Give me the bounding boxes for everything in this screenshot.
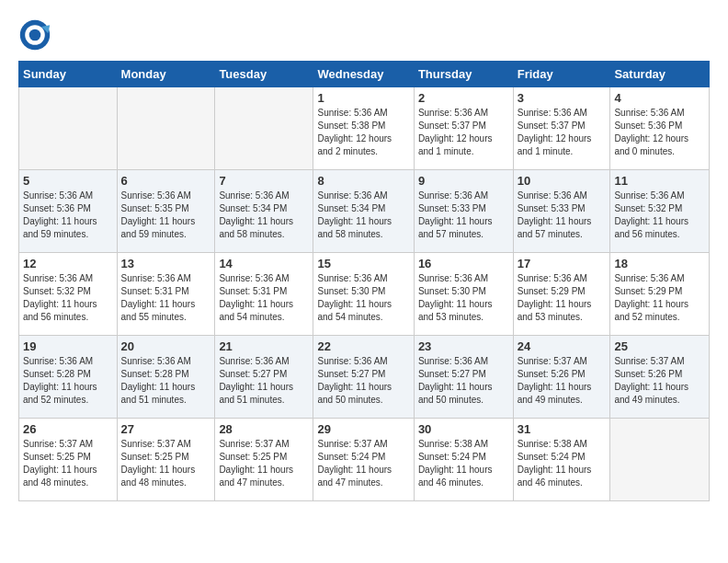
day-number: 16 — [418, 257, 509, 270]
calendar-header-row: SundayMondayTuesdayWednesdayThursdayFrid… — [19, 62, 710, 87]
day-info: Sunrise: 5:36 AM Sunset: 5:37 PM Dayligh… — [418, 107, 509, 158]
calendar-header-friday: Friday — [513, 62, 610, 87]
calendar-cell: 14Sunrise: 5:36 AM Sunset: 5:31 PM Dayli… — [215, 253, 313, 336]
calendar-cell: 6Sunrise: 5:36 AM Sunset: 5:35 PM Daylig… — [117, 170, 215, 253]
day-info: Sunrise: 5:36 AM Sunset: 5:32 PM Dayligh… — [23, 272, 113, 324]
day-info: Sunrise: 5:36 AM Sunset: 5:31 PM Dayligh… — [121, 272, 211, 324]
day-number: 26 — [23, 422, 113, 436]
calendar-cell: 18Sunrise: 5:36 AM Sunset: 5:29 PM Dayli… — [610, 253, 710, 336]
day-number: 2 — [418, 91, 509, 105]
calendar-cell: 11Sunrise: 5:36 AM Sunset: 5:32 PM Dayli… — [610, 170, 710, 253]
calendar-cell — [19, 87, 118, 170]
day-info: Sunrise: 5:36 AM Sunset: 5:30 PM Dayligh… — [418, 272, 509, 324]
day-number: 5 — [23, 174, 113, 188]
calendar-cell: 30Sunrise: 5:38 AM Sunset: 5:24 PM Dayli… — [414, 419, 513, 501]
day-info: Sunrise: 5:37 AM Sunset: 5:25 PM Dayligh… — [121, 438, 211, 489]
calendar-cell: 29Sunrise: 5:37 AM Sunset: 5:24 PM Dayli… — [313, 419, 414, 501]
day-info: Sunrise: 5:37 AM Sunset: 5:26 PM Dayligh… — [518, 355, 607, 407]
day-info: Sunrise: 5:36 AM Sunset: 5:37 PM Dayligh… — [518, 107, 607, 158]
day-info: Sunrise: 5:36 AM Sunset: 5:28 PM Dayligh… — [23, 355, 113, 407]
day-info: Sunrise: 5:36 AM Sunset: 5:32 PM Dayligh… — [614, 190, 705, 241]
calendar-cell — [610, 419, 710, 501]
calendar-cell: 19Sunrise: 5:36 AM Sunset: 5:28 PM Dayli… — [19, 336, 118, 419]
calendar-cell: 26Sunrise: 5:37 AM Sunset: 5:25 PM Dayli… — [19, 419, 118, 501]
day-info: Sunrise: 5:36 AM Sunset: 5:27 PM Dayligh… — [317, 355, 409, 407]
day-info: Sunrise: 5:36 AM Sunset: 5:28 PM Dayligh… — [121, 355, 211, 407]
calendar-header-saturday: Saturday — [610, 62, 710, 87]
day-number: 31 — [518, 422, 607, 436]
day-info: Sunrise: 5:36 AM Sunset: 5:27 PM Dayligh… — [219, 355, 309, 407]
calendar-cell: 3Sunrise: 5:36 AM Sunset: 5:37 PM Daylig… — [513, 87, 610, 170]
day-number: 14 — [219, 257, 309, 270]
calendar-cell: 1Sunrise: 5:36 AM Sunset: 5:38 PM Daylig… — [313, 87, 414, 170]
header — [18, 18, 710, 52]
calendar-cell — [215, 87, 313, 170]
calendar-cell: 10Sunrise: 5:36 AM Sunset: 5:33 PM Dayli… — [513, 170, 610, 253]
day-number: 22 — [317, 339, 409, 353]
day-info: Sunrise: 5:36 AM Sunset: 5:35 PM Dayligh… — [121, 190, 211, 241]
calendar-cell: 24Sunrise: 5:37 AM Sunset: 5:26 PM Dayli… — [513, 336, 610, 419]
day-number: 19 — [23, 339, 113, 353]
day-info: Sunrise: 5:37 AM Sunset: 5:25 PM Dayligh… — [219, 438, 309, 489]
day-info: Sunrise: 5:36 AM Sunset: 5:34 PM Dayligh… — [219, 190, 309, 241]
calendar-cell: 21Sunrise: 5:36 AM Sunset: 5:27 PM Dayli… — [215, 336, 313, 419]
day-number: 20 — [121, 339, 211, 353]
calendar-week-row: 1Sunrise: 5:36 AM Sunset: 5:38 PM Daylig… — [19, 87, 710, 170]
calendar-cell: 17Sunrise: 5:36 AM Sunset: 5:29 PM Dayli… — [513, 253, 610, 336]
calendar-cell: 4Sunrise: 5:36 AM Sunset: 5:36 PM Daylig… — [610, 87, 710, 170]
day-number: 13 — [121, 257, 211, 270]
calendar-cell: 5Sunrise: 5:36 AM Sunset: 5:36 PM Daylig… — [19, 170, 118, 253]
calendar-cell: 16Sunrise: 5:36 AM Sunset: 5:30 PM Dayli… — [414, 253, 513, 336]
calendar-cell: 8Sunrise: 5:36 AM Sunset: 5:34 PM Daylig… — [313, 170, 414, 253]
day-info: Sunrise: 5:36 AM Sunset: 5:29 PM Dayligh… — [518, 272, 607, 324]
logo-icon — [18, 18, 51, 52]
day-number: 12 — [23, 257, 113, 270]
day-info: Sunrise: 5:36 AM Sunset: 5:36 PM Dayligh… — [23, 190, 113, 241]
day-number: 27 — [121, 422, 211, 436]
day-info: Sunrise: 5:37 AM Sunset: 5:25 PM Dayligh… — [23, 438, 113, 489]
calendar-week-row: 26Sunrise: 5:37 AM Sunset: 5:25 PM Dayli… — [19, 419, 710, 501]
day-number: 29 — [317, 422, 409, 436]
calendar-header-tuesday: Tuesday — [215, 62, 313, 87]
calendar-cell: 9Sunrise: 5:36 AM Sunset: 5:33 PM Daylig… — [414, 170, 513, 253]
day-number: 24 — [518, 339, 607, 353]
calendar: SundayMondayTuesdayWednesdayThursdayFrid… — [18, 61, 710, 501]
day-info: Sunrise: 5:36 AM Sunset: 5:33 PM Dayligh… — [518, 190, 607, 241]
day-number: 8 — [317, 174, 409, 188]
day-info: Sunrise: 5:36 AM Sunset: 5:29 PM Dayligh… — [614, 272, 705, 324]
day-number: 6 — [121, 174, 211, 188]
calendar-cell: 15Sunrise: 5:36 AM Sunset: 5:30 PM Dayli… — [313, 253, 414, 336]
calendar-cell: 23Sunrise: 5:36 AM Sunset: 5:27 PM Dayli… — [414, 336, 513, 419]
day-number: 30 — [418, 422, 509, 436]
calendar-header-thursday: Thursday — [414, 62, 513, 87]
logo — [18, 18, 55, 52]
calendar-header-monday: Monday — [117, 62, 215, 87]
calendar-cell: 22Sunrise: 5:36 AM Sunset: 5:27 PM Dayli… — [313, 336, 414, 419]
day-info: Sunrise: 5:38 AM Sunset: 5:24 PM Dayligh… — [418, 438, 509, 489]
calendar-cell: 2Sunrise: 5:36 AM Sunset: 5:37 PM Daylig… — [414, 87, 513, 170]
calendar-week-row: 5Sunrise: 5:36 AM Sunset: 5:36 PM Daylig… — [19, 170, 710, 253]
day-number: 1 — [317, 91, 409, 105]
day-number: 9 — [418, 174, 509, 188]
day-number: 11 — [614, 174, 705, 188]
calendar-cell: 12Sunrise: 5:36 AM Sunset: 5:32 PM Dayli… — [19, 253, 118, 336]
svg-point-2 — [29, 29, 41, 41]
calendar-cell: 25Sunrise: 5:37 AM Sunset: 5:26 PM Dayli… — [610, 336, 710, 419]
day-number: 7 — [219, 174, 309, 188]
calendar-cell: 31Sunrise: 5:38 AM Sunset: 5:24 PM Dayli… — [513, 419, 610, 501]
day-info: Sunrise: 5:38 AM Sunset: 5:24 PM Dayligh… — [518, 438, 607, 489]
calendar-header-sunday: Sunday — [19, 62, 118, 87]
day-info: Sunrise: 5:36 AM Sunset: 5:33 PM Dayligh… — [418, 190, 509, 241]
calendar-cell: 7Sunrise: 5:36 AM Sunset: 5:34 PM Daylig… — [215, 170, 313, 253]
calendar-cell — [117, 87, 215, 170]
day-number: 18 — [614, 257, 705, 270]
day-number: 15 — [317, 257, 409, 270]
day-info: Sunrise: 5:36 AM Sunset: 5:27 PM Dayligh… — [418, 355, 509, 407]
calendar-cell: 27Sunrise: 5:37 AM Sunset: 5:25 PM Dayli… — [117, 419, 215, 501]
day-number: 23 — [418, 339, 509, 353]
day-number: 4 — [614, 91, 705, 105]
calendar-cell: 28Sunrise: 5:37 AM Sunset: 5:25 PM Dayli… — [215, 419, 313, 501]
day-info: Sunrise: 5:36 AM Sunset: 5:34 PM Dayligh… — [317, 190, 409, 241]
page: SundayMondayTuesdayWednesdayThursdayFrid… — [0, 0, 728, 520]
day-info: Sunrise: 5:37 AM Sunset: 5:26 PM Dayligh… — [614, 355, 705, 407]
